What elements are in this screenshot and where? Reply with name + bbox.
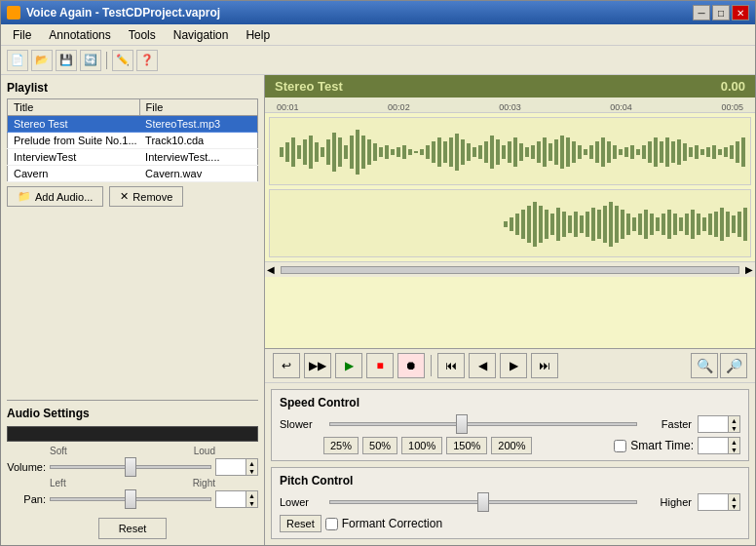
menu-annotations[interactable]: Annotations: [41, 26, 118, 44]
smart-time-down[interactable]: ▼: [729, 446, 739, 453]
refresh-button[interactable]: 🔄: [80, 50, 101, 71]
svg-rect-27: [432, 141, 435, 163]
help-button[interactable]: ❓: [136, 50, 158, 71]
close-button[interactable]: ✕: [732, 5, 749, 20]
svg-rect-47: [548, 143, 552, 161]
new-button[interactable]: 📄: [7, 50, 28, 71]
track-file: Track10.cda: [139, 133, 257, 149]
pan-down[interactable]: ▼: [246, 499, 257, 507]
minimize-button[interactable]: ─: [693, 5, 710, 20]
zoom-in-button[interactable]: 🔍: [691, 353, 718, 378]
speed-slider[interactable]: [329, 422, 637, 426]
go-end-button[interactable]: ⏭: [531, 353, 558, 378]
pan-slider[interactable]: [50, 497, 211, 501]
speed-control-title: Speed Control: [280, 396, 740, 410]
svg-rect-57: [607, 141, 611, 163]
svg-rect-100: [609, 202, 613, 247]
play-button[interactable]: ▶: [335, 353, 362, 378]
speed-up[interactable]: ▲: [729, 416, 739, 424]
time-mark: 00:01: [277, 102, 299, 112]
open-button[interactable]: 📂: [31, 50, 53, 71]
svg-rect-75: [712, 145, 716, 159]
toolbar-separator: [106, 52, 107, 69]
svg-rect-111: [673, 214, 677, 235]
svg-rect-109: [662, 214, 665, 235]
pitch-control: Pitch Control Lower Higher 0.00 ▲ ▼: [271, 467, 749, 539]
transport-separator: [431, 355, 432, 376]
playlist-row[interactable]: InterviewTest InterviewTest....: [8, 149, 258, 166]
svg-rect-83: [510, 217, 513, 231]
svg-rect-110: [667, 210, 671, 239]
playlist-title: Playlist: [7, 81, 258, 95]
svg-rect-3: [291, 137, 295, 167]
svg-rect-102: [621, 210, 624, 239]
next-button[interactable]: ▶: [500, 353, 527, 378]
volume-slider[interactable]: [50, 465, 211, 469]
preset-200[interactable]: 200%: [491, 437, 532, 454]
volume-down[interactable]: ▼: [246, 467, 257, 475]
zoom-out-button[interactable]: 🔎: [720, 353, 747, 378]
smart-time-up[interactable]: ▲: [729, 438, 739, 446]
svg-rect-24: [414, 151, 418, 153]
pitch-up[interactable]: ▲: [729, 494, 739, 502]
menu-help[interactable]: Help: [238, 26, 278, 44]
svg-rect-121: [732, 215, 736, 233]
pitch-slider[interactable]: [329, 500, 637, 504]
svg-rect-49: [560, 136, 564, 169]
smart-time-checkbox[interactable]: [614, 440, 626, 452]
speed-input[interactable]: 100: [699, 416, 728, 432]
playlist-buttons: 📁 Add Audio... ✕ Remove: [7, 186, 258, 207]
svg-rect-58: [613, 145, 617, 159]
scrollbar-track[interactable]: [281, 266, 739, 274]
smart-time-input[interactable]: 80: [699, 438, 728, 453]
svg-rect-90: [550, 214, 554, 235]
add-audio-button[interactable]: 📁 Add Audio...: [7, 186, 103, 207]
menu-file[interactable]: File: [5, 26, 39, 44]
menu-navigation[interactable]: Navigation: [166, 26, 237, 44]
horizontal-scrollbar[interactable]: ◀ ▶: [265, 261, 755, 277]
go-start-button[interactable]: ⏮: [437, 353, 465, 378]
preset-150[interactable]: 150%: [446, 437, 487, 454]
edit-button[interactable]: ✏️: [112, 50, 133, 71]
record-button[interactable]: ⏺: [397, 353, 425, 378]
speed-slider-row: Slower Faster 100 ▲ ▼: [280, 415, 740, 433]
preset-100[interactable]: 100%: [401, 437, 442, 454]
svg-rect-37: [490, 136, 494, 169]
svg-rect-93: [568, 215, 572, 233]
main-window: Voice Again - TestCDProject.vaproj ─ □ ✕…: [0, 0, 756, 546]
svg-rect-40: [508, 141, 511, 163]
pitch-input[interactable]: 0.00: [699, 494, 728, 510]
prev-button[interactable]: ◀: [469, 353, 496, 378]
time-mark: 00:05: [721, 102, 743, 112]
maximize-button[interactable]: □: [712, 5, 730, 20]
speed-down[interactable]: ▼: [729, 424, 739, 432]
svg-rect-68: [671, 141, 675, 163]
smart-time-spin: 80 ▲ ▼: [698, 437, 740, 454]
playlist-row[interactable]: Prelude from Suite No.1... Track10.cda: [8, 133, 258, 149]
svg-rect-120: [726, 212, 730, 237]
menu-bar: File Annotations Tools Navigation Help: [1, 24, 755, 46]
save-button[interactable]: 💾: [56, 50, 77, 71]
menu-tools[interactable]: Tools: [121, 26, 164, 44]
pan-up[interactable]: ▲: [246, 491, 257, 499]
pan-input[interactable]: 0: [216, 491, 246, 507]
formant-checkbox[interactable]: [325, 518, 338, 530]
pitch-reset-button[interactable]: Reset: [280, 515, 321, 532]
title-bar: Voice Again - TestCDProject.vaproj ─ □ ✕: [1, 1, 755, 24]
loop-play-button[interactable]: ▶▶: [304, 353, 331, 378]
preset-25[interactable]: 25%: [323, 437, 359, 454]
volume-up[interactable]: ▲: [246, 459, 257, 467]
playlist-row[interactable]: Stereo Test StereoTest.mp3: [8, 116, 258, 133]
svg-rect-46: [543, 137, 547, 167]
svg-rect-72: [695, 145, 699, 159]
pitch-down[interactable]: ▼: [729, 502, 739, 510]
volume-input[interactable]: 100: [216, 459, 246, 475]
title-bar-buttons: ─ □ ✕: [693, 5, 749, 20]
audio-reset-button[interactable]: Reset: [98, 518, 168, 539]
loop-button[interactable]: ↩: [273, 353, 300, 378]
remove-button[interactable]: ✕ Remove: [109, 186, 183, 207]
playlist-row[interactable]: Cavern Cavern.wav: [8, 166, 258, 182]
soft-label: Soft: [50, 446, 67, 456]
stop-button[interactable]: ■: [366, 353, 394, 378]
preset-50[interactable]: 50%: [362, 437, 397, 454]
